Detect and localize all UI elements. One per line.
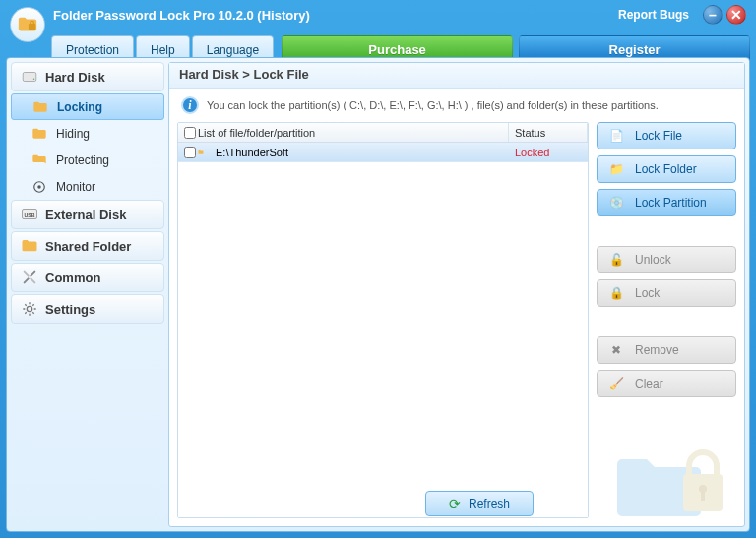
svg-point-4 — [37, 185, 41, 189]
button-label: Clear — [635, 377, 663, 390]
window-title: Folder Password Lock Pro 10.2.0 (History… — [53, 8, 310, 23]
sidebar-item-monitor[interactable]: Monitor — [11, 173, 164, 200]
sidebar-cat-shared-folder[interactable]: Shared Folder — [11, 231, 164, 261]
lock-partition-button[interactable]: 💿 Lock Partition — [597, 189, 736, 216]
unlock-button[interactable]: 🔓 Unlock — [597, 246, 736, 273]
main-frame: Hard Disk Locking Hiding Protecting Moni… — [6, 57, 750, 532]
sidebar-cat-hard-disk[interactable]: Hard Disk — [11, 62, 164, 91]
sidebar-cat-settings[interactable]: Settings — [11, 294, 164, 324]
sidebar-item-label: Locking — [57, 100, 102, 114]
folder-icon — [20, 236, 39, 256]
svg-rect-0 — [29, 24, 35, 30]
sidebar-item-label: Hiding — [56, 127, 90, 141]
breadcrumb: Hard Disk > Lock File — [169, 63, 744, 89]
lock-button[interactable]: 🔒 Lock — [597, 279, 736, 307]
remove-button[interactable]: ✖ Remove — [597, 336, 736, 364]
button-label: Refresh — [469, 497, 510, 510]
svg-rect-1 — [23, 73, 36, 82]
gear-icon — [20, 299, 39, 319]
sidebar-item-protecting[interactable]: Protecting — [11, 147, 164, 173]
sidebar-label: Shared Folder — [45, 239, 131, 254]
list-body[interactable]: E:\ThunderSoft Locked — [178, 143, 588, 517]
svg-text:USB: USB — [24, 212, 34, 218]
sidebar-item-label: Monitor — [56, 180, 95, 194]
folder-lock-icon — [17, 14, 38, 35]
sidebar-item-label: Protecting — [56, 153, 109, 167]
app-logo — [10, 7, 45, 42]
lock-icon: 🔒 — [607, 286, 625, 300]
info-icon: i — [181, 96, 199, 114]
sidebar: Hard Disk Locking Hiding Protecting Moni… — [7, 58, 168, 531]
svg-point-7 — [27, 306, 32, 311]
folder-icon — [31, 151, 48, 169]
folder-icon: 📁 — [607, 162, 625, 176]
sidebar-label: Settings — [45, 302, 95, 317]
row-status: Locked — [509, 147, 588, 158]
file-list: List of file/folder/partition Status E:\… — [177, 122, 589, 518]
col-path[interactable]: List of file/folder/partition — [192, 123, 509, 142]
remove-icon: ✖ — [607, 343, 625, 357]
monitor-icon — [31, 178, 48, 196]
col-status[interactable]: Status — [509, 123, 588, 142]
tools-icon — [20, 268, 39, 287]
folder-icon — [32, 98, 49, 116]
button-label: Remove — [635, 343, 679, 357]
minimize-button[interactable]: – — [703, 5, 723, 25]
folder-icon — [31, 125, 48, 143]
disc-icon: 💿 — [607, 196, 625, 209]
clear-icon: 🧹 — [607, 377, 625, 390]
folder-icon — [192, 146, 210, 159]
sidebar-item-hiding[interactable]: Hiding — [11, 120, 164, 147]
report-bugs-link[interactable]: Report Bugs — [618, 8, 689, 22]
refresh-icon: ⟳ — [449, 496, 461, 511]
lock-folder-button[interactable]: 📁 Lock Folder — [597, 155, 736, 183]
file-icon: 📄 — [607, 129, 625, 143]
sidebar-cat-common[interactable]: Common — [11, 263, 164, 292]
list-header: List of file/folder/partition Status — [178, 123, 588, 143]
sidebar-item-locking[interactable]: Locking — [11, 93, 164, 120]
button-label: Unlock — [635, 253, 671, 267]
refresh-button[interactable]: ⟳ Refresh — [425, 491, 534, 516]
close-button[interactable]: ✕ — [726, 5, 746, 25]
sidebar-cat-external-disk[interactable]: USB External Disk — [11, 200, 164, 229]
usb-icon: USB — [20, 205, 39, 224]
button-label: Lock Folder — [635, 162, 697, 176]
content-panel: Hard Disk > Lock File i You can lock the… — [168, 62, 745, 527]
decorative-lock-image — [612, 430, 730, 518]
row-path: E:\ThunderSoft — [210, 147, 509, 158]
button-label: Lock Partition — [635, 196, 707, 209]
info-bar: i You can lock the partition(s) ( C:\, D… — [169, 89, 744, 122]
list-row[interactable]: E:\ThunderSoft Locked — [178, 143, 588, 162]
clear-button[interactable]: 🧹 Clear — [597, 370, 736, 397]
button-label: Lock File — [635, 129, 682, 143]
sidebar-label: Common — [45, 270, 100, 285]
lock-file-button[interactable]: 📄 Lock File — [597, 122, 736, 149]
title-bar: Folder Password Lock Pro 10.2.0 (History… — [0, 0, 756, 30]
sidebar-label: External Disk — [45, 208, 126, 222]
button-label: Lock — [635, 286, 660, 300]
sidebar-label: Hard Disk — [45, 70, 105, 85]
svg-rect-10 — [701, 491, 705, 501]
hard-disk-icon — [20, 67, 39, 87]
svg-point-2 — [33, 79, 35, 81]
info-text: You can lock the partition(s) ( C:\, D:\… — [207, 99, 659, 111]
unlock-icon: 🔓 — [607, 253, 625, 267]
